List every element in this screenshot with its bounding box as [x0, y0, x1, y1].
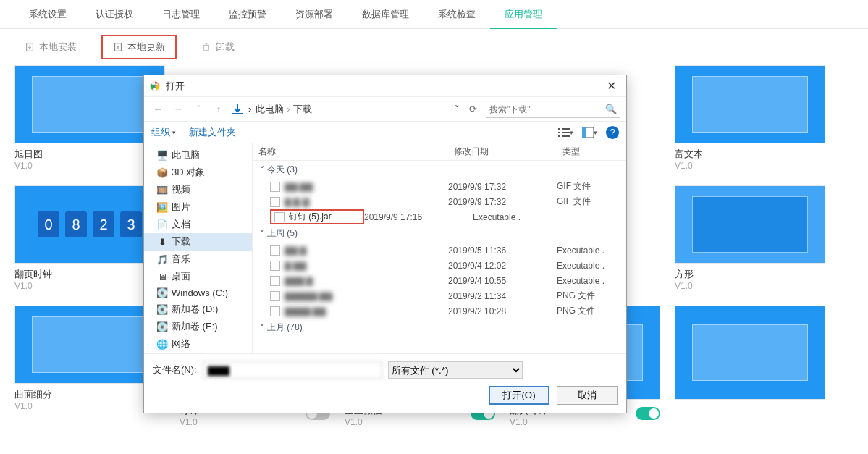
- tree-item[interactable]: 📦3D 对象: [144, 164, 252, 181]
- recent-dropdown[interactable]: ˅: [190, 101, 206, 117]
- dialog-tools: 组织 ▾ 新建文件夹 ▾ ▾ ?: [144, 122, 626, 143]
- file-icon: [270, 197, 280, 207]
- app-card[interactable]: 08 23 翻页时钟 V1.0: [14, 185, 165, 291]
- refresh-button[interactable]: ⟳: [464, 101, 481, 118]
- pic-icon: 🖼️: [157, 202, 167, 212]
- app-toggle[interactable]: [636, 407, 660, 420]
- col-type[interactable]: 类型: [557, 146, 626, 158]
- file-row[interactable]: ▇▇.▇▇2019/9/9 17:32GIF 文件: [253, 179, 626, 194]
- doc-icon: 📄: [157, 219, 167, 230]
- trash-icon: [201, 42, 211, 52]
- file-list-header: 名称 修改日期 类型: [253, 143, 626, 161]
- file-icon: [270, 291, 280, 301]
- chevron-down-icon: ˅: [260, 323, 264, 333]
- col-date[interactable]: 修改日期: [448, 146, 557, 158]
- search-box[interactable]: 🔍: [486, 101, 620, 118]
- file-group-header[interactable]: ˅ 上周 (5): [253, 224, 626, 243]
- file-icon: [270, 261, 280, 271]
- view-mode-button[interactable]: ▾: [558, 127, 573, 138]
- app-card[interactable]: 曲面细分 V1.0: [14, 306, 165, 427]
- file-icon: [270, 182, 280, 192]
- nav-tab-3[interactable]: 监控预警: [214, 0, 281, 29]
- file-row[interactable]: ▇▇▇▇▇.▇▇2019/9/2 11:34PNG 文件: [253, 288, 626, 303]
- svg-rect-3: [558, 128, 560, 130]
- filename-label: 文件名(N):: [153, 363, 197, 377]
- open-button[interactable]: 打开(O): [489, 386, 549, 405]
- tree-item[interactable]: 📄文档: [144, 216, 252, 233]
- nav-tab-4[interactable]: 资源部署: [281, 0, 347, 29]
- net-icon: 🌐: [157, 339, 167, 349]
- chevron-down-icon[interactable]: ˅: [455, 104, 460, 114]
- forward-button[interactable]: →: [170, 101, 186, 117]
- tree-item[interactable]: 💽新加卷 (E:): [144, 318, 252, 335]
- file-group-header[interactable]: ˅ 上月 (78): [253, 319, 626, 337]
- nav-tab-5[interactable]: 数据库管理: [347, 0, 424, 29]
- nav-tree: 🖥️此电脑📦3D 对象🎞️视频🖼️图片📄文档⬇下载🎵音乐🖥桌面💽Windows …: [144, 143, 253, 353]
- file-row[interactable]: ▇▇▇▇.▇▇2019/9/2 10:28PNG 文件: [253, 303, 626, 319]
- app-card[interactable]: 方形 V1.0: [675, 185, 825, 291]
- tree-item[interactable]: 🖥️此电脑: [144, 146, 252, 164]
- file-row[interactable]: ▇▇▇.▇2019/9/4 10:55Executable .: [253, 273, 626, 288]
- music-icon: 🎵: [157, 254, 167, 264]
- tree-item[interactable]: 💽Windows (C:): [144, 285, 252, 300]
- app-name: 曲面细分: [14, 388, 165, 401]
- tree-item[interactable]: 🎞️视频: [144, 181, 252, 198]
- cancel-button[interactable]: 取消: [557, 386, 618, 405]
- install-button[interactable]: 本地安装: [14, 36, 87, 58]
- file-icon: [270, 306, 280, 316]
- down-arrow-icon: [231, 103, 244, 116]
- app-card[interactable]: [675, 306, 825, 427]
- app-thumb: [14, 65, 165, 143]
- app-card[interactable]: 富文本 V1.0: [675, 65, 825, 171]
- up-button[interactable]: ↑: [211, 101, 227, 117]
- dialog-title: 打开: [166, 80, 597, 93]
- new-folder-button[interactable]: 新建文件夹: [189, 126, 236, 139]
- svg-rect-4: [562, 128, 570, 130]
- col-name[interactable]: 名称: [253, 146, 448, 158]
- drive-icon: 💽: [157, 321, 167, 332]
- file-icon: [274, 212, 285, 222]
- app-card[interactable]: 旭日图 V1.0: [14, 65, 165, 171]
- filename-input[interactable]: [203, 361, 382, 379]
- file-row[interactable]: ▇▇.▇2019/9/5 11:36Executable .: [253, 243, 626, 258]
- preview-pane-button[interactable]: ▾: [582, 127, 597, 138]
- update-button[interactable]: 本地更新: [101, 35, 177, 59]
- nav-tab-6[interactable]: 系统检查: [424, 0, 490, 29]
- chevron-down-icon: ˅: [260, 165, 264, 175]
- nav-tab-0[interactable]: 系统设置: [14, 0, 81, 29]
- app-thumb: [675, 306, 825, 400]
- down-icon: ⬇: [157, 237, 167, 247]
- app-version: V1.0: [180, 417, 198, 427]
- back-button[interactable]: ←: [150, 101, 166, 117]
- nav-tab-7[interactable]: 应用管理: [490, 0, 557, 29]
- organize-dropdown[interactable]: 组织 ▾: [151, 126, 176, 139]
- nav-tab-1[interactable]: 认证授权: [81, 0, 148, 29]
- dialog-nav: ← → ˅ ↑ › 此电脑› 下载 ˅ ⟳ 🔍: [144, 97, 626, 122]
- search-input[interactable]: [489, 104, 602, 114]
- svg-rect-10: [582, 127, 586, 138]
- file-row[interactable]: ▇ ▇.▇2019/9/9 17:32GIF 文件: [253, 194, 626, 209]
- upload-icon: [113, 42, 123, 52]
- desk-icon: 🖥: [157, 272, 167, 282]
- tree-item[interactable]: ⬇下载: [144, 233, 252, 251]
- close-button[interactable]: ✕: [602, 79, 620, 93]
- video-icon: 🎞️: [157, 185, 167, 195]
- breadcrumb[interactable]: 此电脑› 下载 ˅: [256, 103, 460, 116]
- filter-select[interactable]: 所有文件 (*.*): [388, 361, 523, 379]
- tree-item[interactable]: 🖼️图片: [144, 198, 252, 216]
- app-version: V1.0: [510, 417, 568, 427]
- tree-item[interactable]: 🌐网络: [144, 335, 252, 353]
- tree-item[interactable]: 🖥桌面: [144, 268, 252, 285]
- dialog-footer: 文件名(N): 所有文件 (*.*) 打开(O) 取消: [144, 353, 626, 412]
- pc-icon: 🖥️: [157, 150, 167, 160]
- file-row[interactable]: 钉钉 (5).jar2019/9/9 17:16Executable .: [253, 209, 626, 224]
- file-group-header[interactable]: ˅ 今天 (3): [253, 161, 626, 179]
- uninstall-button[interactable]: 卸载: [191, 36, 245, 58]
- tree-item[interactable]: 💽新加卷 (D:): [144, 300, 252, 318]
- nav-tab-2[interactable]: 日志管理: [148, 0, 214, 29]
- file-list: 名称 修改日期 类型 ˅ 今天 (3)▇▇.▇▇2019/9/9 17:32GI…: [253, 143, 626, 353]
- tree-item[interactable]: 🎵音乐: [144, 251, 252, 268]
- help-button[interactable]: ?: [606, 126, 619, 139]
- file-row[interactable]: ▇ ▇▇2019/9/4 12:02Executable .: [253, 258, 626, 273]
- search-icon[interactable]: 🔍: [605, 104, 617, 114]
